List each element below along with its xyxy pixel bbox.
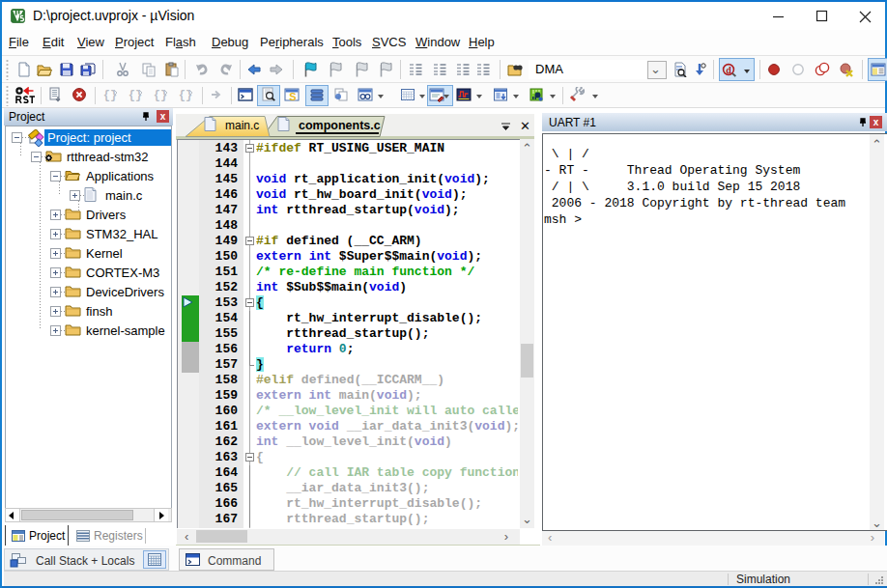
svg-text:S: S: [289, 91, 296, 102]
svg-text:d: d: [726, 65, 731, 75]
